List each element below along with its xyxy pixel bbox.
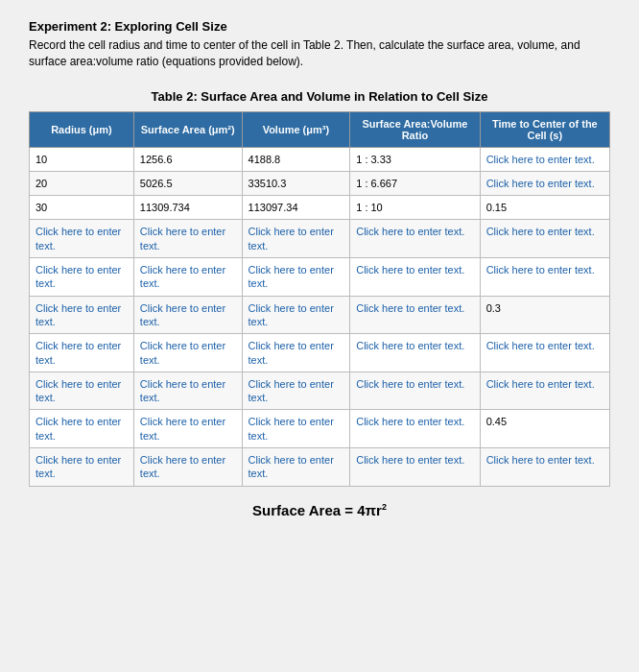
table-cell: 20 xyxy=(30,171,134,195)
table-cell[interactable]: Click here to enter text. xyxy=(480,147,609,171)
table-cell[interactable]: Click here to enter text. xyxy=(30,410,134,448)
formula-section: Surface Area = 4πr2 xyxy=(29,502,610,518)
col3-header: Volume (μm³) xyxy=(242,111,350,147)
table-cell[interactable]: Click here to enter text. xyxy=(30,258,134,297)
table-cell: 1 : 3.33 xyxy=(350,147,480,171)
col1-header: Radius (μm) xyxy=(30,111,134,147)
table-cell[interactable]: Click here to enter text. xyxy=(350,258,480,297)
col4-header: Surface Area:Volume Ratio xyxy=(350,111,480,147)
table-cell[interactable]: Click here to enter text. xyxy=(242,296,350,334)
table-cell[interactable]: Click here to enter text. xyxy=(242,258,350,297)
table-cell[interactable]: Click here to enter text. xyxy=(133,372,242,410)
col2-header: Surface Area (μm²) xyxy=(133,111,242,147)
col5-header: Time to Center of the Cell (s) xyxy=(480,111,609,147)
table-cell[interactable]: Click here to enter text. xyxy=(480,258,609,297)
experiment-title: Experiment 2: Exploring Cell Size xyxy=(29,19,610,34)
table-cell: 1256.6 xyxy=(133,147,242,171)
table-cell[interactable]: Click here to enter text. xyxy=(350,334,480,372)
table-cell: 0.15 xyxy=(480,196,609,220)
table-cell[interactable]: Click here to enter text. xyxy=(480,448,609,487)
table-cell: 33510.3 xyxy=(242,171,350,195)
table-cell[interactable]: Click here to enter text. xyxy=(133,220,242,258)
table-cell[interactable]: Click here to enter text. xyxy=(480,334,609,372)
table-cell[interactable]: Click here to enter text. xyxy=(30,296,134,334)
table-cell[interactable]: Click here to enter text. xyxy=(350,220,480,258)
table-cell[interactable]: Click here to enter text. xyxy=(480,171,609,195)
table-cell: 11309.734 xyxy=(133,196,242,220)
table-cell[interactable]: Click here to enter text. xyxy=(30,372,134,410)
table-cell[interactable]: Click here to enter text. xyxy=(133,296,242,334)
table-cell: 10 xyxy=(30,147,134,171)
experiment-desc: Record the cell radius and time to cente… xyxy=(29,37,610,70)
data-table: Radius (μm) Surface Area (μm²) Volume (μ… xyxy=(29,111,610,487)
table-cell[interactable]: Click here to enter text. xyxy=(480,372,609,410)
table-cell: 0.3 xyxy=(480,296,609,334)
table-cell: 1 : 6.667 xyxy=(350,171,480,195)
table-cell[interactable]: Click here to enter text. xyxy=(242,410,350,448)
table-cell: 0.45 xyxy=(480,410,609,448)
table-cell[interactable]: Click here to enter text. xyxy=(350,296,480,334)
table-cell[interactable]: Click here to enter text. xyxy=(133,334,242,372)
table-cell[interactable]: Click here to enter text. xyxy=(242,448,350,487)
table-cell[interactable]: Click here to enter text. xyxy=(133,448,242,487)
table-cell[interactable]: Click here to enter text. xyxy=(242,220,350,258)
table-cell[interactable]: Click here to enter text. xyxy=(242,334,350,372)
table-cell: 4188.8 xyxy=(242,147,350,171)
table-cell[interactable]: Click here to enter text. xyxy=(350,410,480,448)
table-cell[interactable]: Click here to enter text. xyxy=(30,220,134,258)
table-cell[interactable]: Click here to enter text. xyxy=(133,410,242,448)
table-cell[interactable]: Click here to enter text. xyxy=(133,258,242,297)
table-title: Table 2: Surface Area and Volume in Rela… xyxy=(29,89,610,104)
table-cell[interactable]: Click here to enter text. xyxy=(350,448,480,487)
table-cell[interactable]: Click here to enter text. xyxy=(350,372,480,410)
table-cell[interactable]: Click here to enter text. xyxy=(480,220,609,258)
table-cell[interactable]: Click here to enter text. xyxy=(242,372,350,410)
table-cell: 1 : 10 xyxy=(350,196,480,220)
table-cell[interactable]: Click here to enter text. xyxy=(30,334,134,372)
table-cell: 5026.5 xyxy=(133,171,242,195)
table-cell[interactable]: Click here to enter text. xyxy=(30,448,134,487)
table-cell: 113097.34 xyxy=(242,196,350,220)
table-cell: 30 xyxy=(30,196,134,220)
